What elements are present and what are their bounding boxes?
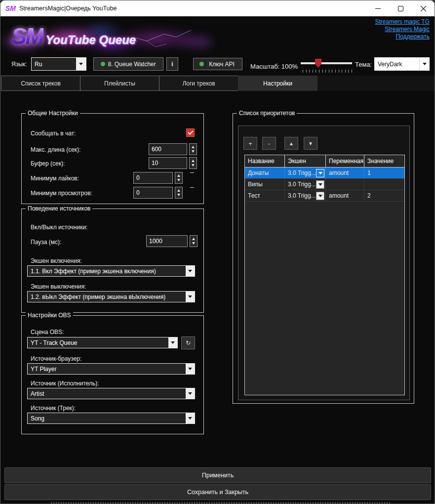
max-length-label: Макс. длина (сек): [31,146,80,153]
min-likes-input[interactable]: 0 [133,172,173,184]
link-support[interactable]: Поддержать [375,33,430,41]
cell-value[interactable] [364,179,404,190]
cell-action[interactable]: 3.0 Trigg... [284,168,325,178]
app-window: SM StreamersMagic|Очередь YouTube Stream… [0,0,435,504]
theme-select[interactable]: VeryDark [374,57,430,71]
link-streamers-magic[interactable]: Streamers Magic [375,26,430,33]
spin-buttons[interactable] [175,172,183,184]
maximize-icon [398,6,403,11]
table-row[interactable]: Донаты 3.0 Trigg... amount 1 [245,168,404,179]
chat-checkbox[interactable] [186,128,195,137]
dropdown-arrow-icon[interactable] [76,58,86,70]
minimize-icon [375,8,381,9]
cell-value[interactable]: 2 [364,190,404,201]
cell-action[interactable]: 3.0 Trigg... [284,190,325,201]
browser-source-value: YT Player [28,366,186,373]
tab-settings[interactable]: Настройки [238,76,317,91]
priorities-table: Название Экшен Переменная Значение Донат… [244,155,405,395]
slider-thumb[interactable] [315,59,321,68]
tab-playlists[interactable]: Плейлисты [80,76,159,91]
move-down-button[interactable]: ▼ [304,137,317,150]
scale-slider[interactable] [301,58,352,73]
language-value: Ru [32,61,76,68]
spin-buttons[interactable] [175,187,183,199]
cell-variable[interactable]: amount [325,168,364,178]
minimize-button[interactable] [366,0,389,16]
dropdown-arrow-icon[interactable] [186,266,195,276]
max-length-input[interactable]: 600 [149,143,187,155]
info-icon: i [171,61,173,68]
up-arrow-icon: ▲ [289,141,294,146]
action-dropdown-button[interactable] [316,192,324,200]
remove-priority-button[interactable]: - [262,137,276,150]
info-button[interactable]: i [166,57,178,71]
close-button[interactable] [412,0,435,16]
dropdown-arrow-icon[interactable] [186,292,195,302]
cell-variable[interactable]: amount [325,190,364,201]
save-and-close-button[interactable]: Сохранить и Закрыть [4,484,431,500]
buffer-label: Буфер (сек): [31,160,65,167]
dropdown-arrow-icon[interactable] [168,337,177,348]
obs-scene-select[interactable]: YT - Track Queue [27,337,178,348]
logo-text: SM YouTube Queue [11,22,136,49]
cell-action[interactable]: 3.0 Trigg... [284,179,325,190]
cell-name[interactable]: Тест [245,190,284,201]
table-row[interactable]: Випы 3.0 Trigg... [245,179,404,190]
close-icon [421,6,426,11]
min-views-input[interactable]: 0 [133,187,173,199]
link-streamers-magic-tg[interactable]: Streamers magic TG [375,18,430,26]
min-views-spinner: 0 [133,187,183,199]
spin-buttons[interactable] [189,143,197,155]
maximize-button[interactable] [389,0,412,16]
group-general-settings: Общие Настройки Сообщать в чат: Макс. дл… [21,113,204,204]
status-dot-green [199,62,204,66]
slider-track[interactable] [301,62,352,64]
refresh-scenes-button[interactable]: ↻ [181,336,195,349]
cell-name[interactable]: Випы [245,179,284,190]
queue-watcher-button[interactable]: 8. Queue Watcher [93,57,163,71]
app-icon: SM [5,4,16,12]
action-on-label: Экшен включения: [31,257,82,264]
priorities-panel: + - ▲ ▼ Название Экшен Переменная Значен… [238,126,410,400]
browser-source-select[interactable]: YT Player [27,363,195,375]
tab-track-list[interactable]: Список треков [1,76,80,91]
api-key-button[interactable]: Ключ API [193,58,242,70]
buffer-input[interactable]: 10 [149,157,187,169]
cell-name[interactable]: Донаты [245,168,284,178]
spin-buttons[interactable] [189,157,197,169]
cell-value[interactable]: 1 [364,168,404,178]
tab-track-logs[interactable]: Логи треков [159,76,238,91]
move-up-button[interactable]: ▲ [284,137,298,150]
table-row[interactable]: Тест 3.0 Trigg... amount 2 [245,190,404,202]
dropdown-arrow-icon[interactable] [186,413,195,423]
group-general-title: Общие Настройки [26,110,80,117]
action-off-select[interactable]: 1.2. вЫкл Эффект (пример экшена вЫключен… [27,291,195,302]
column-header-name[interactable]: Название [245,155,284,167]
dropdown-arrow-icon[interactable] [186,388,195,399]
apply-button[interactable]: Применить [4,467,431,483]
action-dropdown-button[interactable] [316,180,324,189]
slider-ticks [303,70,352,73]
status-dot-green [101,62,105,66]
spin-up-icon [192,160,195,162]
add-priority-button[interactable]: + [243,137,257,150]
column-header-action[interactable]: Экшен [284,155,325,167]
action-on-select[interactable]: 1.1. Вкл Эффект (пример экшена включения… [27,265,195,277]
spin-buttons[interactable] [190,235,198,247]
dropdown-arrow-icon[interactable] [186,364,195,374]
title-bar: SM StreamersMagic|Очередь YouTube [0,0,435,16]
window-title: StreamersMagic|Очередь YouTube [19,5,117,12]
cell-variable[interactable] [325,179,364,190]
obs-scene-value: YT - Track Queue [28,339,168,346]
toolbar: Язык: Ru 8. Queue Watcher i Ключ API Мас… [0,56,435,75]
artist-source-select[interactable]: Artist [27,388,195,399]
api-key-label: Ключ API [209,61,235,68]
down-arrow-icon: ▼ [308,141,313,146]
column-header-value[interactable]: Значение [364,155,404,167]
action-dropdown-button[interactable] [316,169,324,177]
track-source-select[interactable]: Song [27,413,195,424]
dropdown-arrow-icon[interactable] [419,58,429,70]
language-select[interactable]: Ru [31,57,86,71]
column-header-variable[interactable]: Переменная [325,155,364,167]
pause-input[interactable]: 1000 [146,235,188,247]
